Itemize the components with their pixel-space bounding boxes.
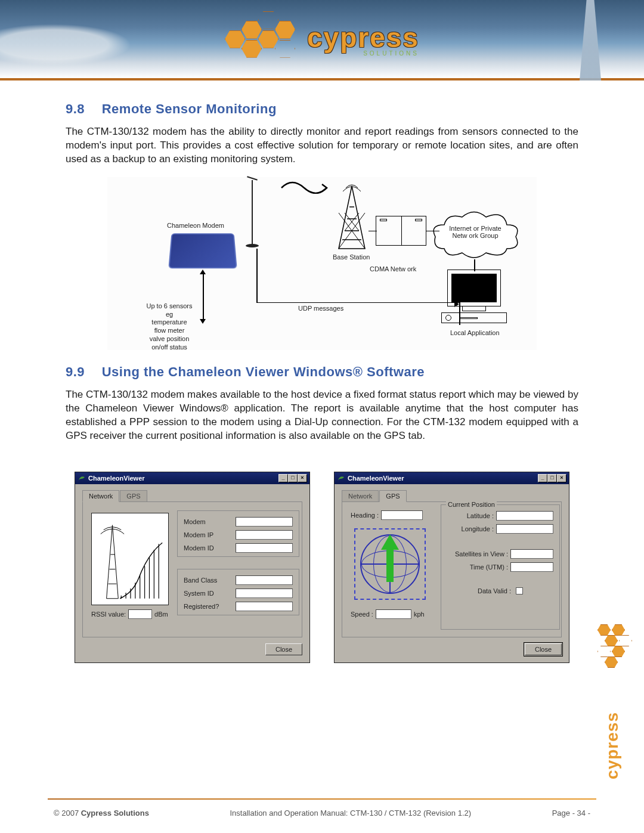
- page-footer: © 2007 Cypress Solutions Installation an…: [54, 809, 590, 817]
- tab-gps[interactable]: GPS: [120, 490, 147, 502]
- window-controls: _ □ ×: [538, 474, 566, 482]
- current-position-groupbox: Current Position Latitude : Longitude : …: [441, 504, 560, 630]
- window-title: ChameleonViewer: [88, 475, 145, 482]
- brand-wordmark: cypress: [307, 21, 419, 54]
- time-input[interactable]: [510, 562, 553, 572]
- connector-line: [474, 259, 475, 271]
- app-window-gps: ChameleonViewer _ □ × Network GPS Headin…: [334, 472, 569, 663]
- rssi-input[interactable]: [128, 609, 152, 619]
- connector-line: [369, 231, 377, 232]
- maximize-button[interactable]: □: [288, 474, 298, 482]
- diagram-label-basestation: Base Station: [333, 253, 370, 262]
- modem-ip-input[interactable]: [236, 530, 293, 540]
- window-title: ChameleonViewer: [348, 475, 404, 482]
- connector-line: [459, 302, 460, 325]
- hex-cluster-icon: [225, 18, 296, 60]
- modem-input[interactable]: [236, 517, 293, 527]
- sat-input[interactable]: [510, 549, 553, 559]
- connector-line: [256, 302, 459, 304]
- heading-row: Heading :: [351, 510, 423, 520]
- diagram-label-localapp: Local Application: [450, 329, 500, 337]
- latitude-input[interactable]: [496, 511, 553, 521]
- rssi-label: RSSI value:: [91, 611, 126, 618]
- modem-ip-label: Modem IP: [184, 531, 213, 538]
- speed-input[interactable]: [376, 609, 411, 619]
- connector-line: [426, 231, 439, 232]
- footer-page: Page - 34 -: [552, 809, 590, 817]
- diagram-label-modem: Chameleon Modem: [167, 222, 224, 230]
- window-titlebar: ChameleonViewer _ □ ×: [335, 472, 569, 484]
- signal-strength-graphic: [91, 513, 169, 605]
- banner-cloud-deco: [0, 24, 131, 66]
- longitude-label: Longitude :: [462, 525, 494, 532]
- speed-row: Speed : kph: [351, 609, 425, 619]
- close-window-button[interactable]: ×: [557, 474, 566, 482]
- section-99-heading: 9.9 Using the Chameleon Viewer Windows® …: [66, 364, 578, 380]
- tab-network[interactable]: Network: [342, 490, 379, 502]
- rssi-row: RSSI value: dBm: [91, 609, 168, 619]
- band-class-input[interactable]: [236, 575, 293, 585]
- arrowhead-icon: [200, 270, 206, 274]
- connector-line: [256, 249, 258, 302]
- compass-globe-icon: [354, 528, 426, 600]
- sat-label: Satellites in View :: [455, 550, 508, 558]
- brand-logo: cypress SOLUTIONS: [225, 18, 419, 60]
- heading-label: Heading :: [351, 512, 379, 519]
- network-diagram: Chameleon Modem Base Station CDMA Netw o…: [107, 177, 537, 350]
- tab-strip: Network GPS: [82, 490, 302, 502]
- window-titlebar: ChameleonViewer _ □ ×: [75, 472, 309, 484]
- speed-label: Speed :: [351, 611, 373, 618]
- arrowhead-icon: [454, 301, 459, 307]
- tab-network[interactable]: Network: [82, 490, 119, 502]
- chameleon-icon: [78, 474, 86, 482]
- system-id-label: System ID: [184, 590, 214, 597]
- close-button[interactable]: Close: [265, 643, 302, 655]
- time-label: Time (UTM) :: [470, 563, 508, 571]
- heading-arrow-icon: [382, 534, 398, 582]
- network-groupbox: Band Class System ID Registered?: [177, 569, 299, 615]
- side-brand-wordmark: cypress: [603, 712, 622, 779]
- modem-id-input[interactable]: [236, 543, 293, 553]
- system-id-input[interactable]: [236, 589, 293, 598]
- chameleon-icon: [337, 474, 345, 482]
- base-station-icon: [334, 183, 370, 252]
- band-class-label: Band Class: [184, 577, 217, 584]
- screenshot-row: ChameleonViewer _ □ × Network GPS: [66, 472, 578, 663]
- page-banner: cypress SOLUTIONS: [0, 0, 644, 80]
- section-98-heading: 9.8 Remote Sensor Monitoring: [66, 101, 578, 117]
- diagram-label-cdma: CDMA Netw ork: [370, 265, 416, 274]
- modem-id-label: Modem ID: [184, 544, 214, 552]
- section-99-paragraph: The CTM-130/132 modem makes available to…: [66, 388, 578, 443]
- section-98-number: 9.8: [66, 101, 85, 116]
- modem-icon: [168, 233, 237, 268]
- registered-label: Registered?: [184, 603, 219, 610]
- data-valid-label: Data Valid :: [478, 587, 511, 594]
- heading-input[interactable]: [381, 510, 423, 520]
- tab-gps[interactable]: GPS: [379, 490, 406, 502]
- app-window-network: ChameleonViewer _ □ × Network GPS: [75, 472, 310, 663]
- minimize-button[interactable]: _: [278, 474, 288, 482]
- tab-strip: Network GPS: [342, 490, 562, 502]
- registered-input[interactable]: [236, 602, 293, 611]
- side-brand-logo: cypress: [592, 624, 633, 779]
- tower-icon: [555, 0, 626, 80]
- section-98-paragraph: The CTM-130/132 modem has the ability to…: [66, 125, 578, 166]
- longitude-input[interactable]: [496, 524, 553, 534]
- section-99-title: Using the Chameleon Viewer Windows® Soft…: [102, 364, 425, 379]
- speed-unit: kph: [414, 611, 425, 618]
- diagram-label-udp: UDP messages: [298, 305, 343, 313]
- window-controls: _ □ ×: [278, 474, 307, 482]
- minimize-button[interactable]: _: [538, 474, 547, 482]
- close-window-button[interactable]: ×: [298, 474, 307, 482]
- close-button[interactable]: Close: [525, 643, 562, 655]
- section-98-title: Remote Sensor Monitoring: [102, 101, 277, 116]
- footer-divider: [48, 798, 596, 800]
- footer-center: Installation and Operation Manual: CTM-1…: [230, 809, 471, 817]
- antenna-icon: [252, 180, 253, 246]
- computer-icon: [441, 270, 507, 326]
- data-valid-checkbox[interactable]: [516, 587, 523, 594]
- footer-copyright: © 2007 Cypress Solutions: [54, 809, 149, 817]
- maximize-button[interactable]: □: [547, 474, 557, 482]
- diagram-label-sensors: Up to 6 sensors eg temperature flow mete…: [134, 302, 205, 352]
- page-content: 9.8 Remote Sensor Monitoring The CTM-130…: [0, 80, 644, 663]
